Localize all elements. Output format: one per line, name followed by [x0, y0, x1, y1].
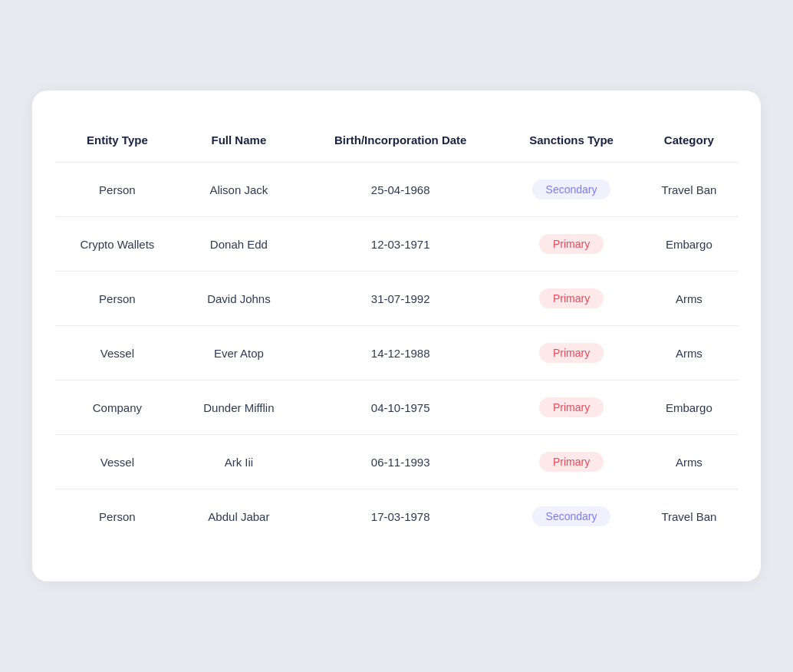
main-card: Entity Type Full Name Birth/Incorporatio…: [32, 91, 761, 581]
cell-category: Travel Ban: [640, 163, 738, 217]
sanctions-badge: Primary: [539, 452, 604, 472]
cell-sanctions-type: Primary: [502, 380, 640, 435]
cell-birth-date: 14-12-1988: [298, 326, 502, 380]
sanctions-badge: Secondary: [532, 180, 611, 199]
cell-birth-date: 25-04-1968: [298, 163, 502, 217]
cell-category: Arms: [640, 435, 738, 489]
table-header-row: Entity Type Full Name Birth/Incorporatio…: [55, 121, 738, 163]
table-row: Company Dunder Mifflin 04-10-1975 Primar…: [55, 380, 738, 435]
cell-sanctions-type: Primary: [502, 272, 640, 326]
col-category: Category: [640, 121, 738, 163]
table-row: Person David Johns 31-07-1992 Primary Ar…: [55, 272, 738, 326]
sanctions-badge: Primary: [539, 343, 604, 363]
table-row: Person Abdul Jabar 17-03-1978 Secondary …: [55, 489, 738, 544]
cell-category: Arms: [640, 326, 738, 380]
table-row: Vessel Ark Iii 06-11-1993 Primary Arms: [55, 435, 738, 489]
sanctions-badge: Primary: [539, 234, 604, 254]
cell-full-name: Donah Edd: [179, 217, 298, 272]
sanctions-badge: Primary: [539, 397, 604, 417]
cell-sanctions-type: Secondary: [502, 163, 640, 217]
cell-full-name: Alison Jack: [179, 163, 298, 217]
cell-birth-date: 31-07-1992: [298, 272, 502, 326]
col-sanctions-type: Sanctions Type: [502, 121, 640, 163]
cell-category: Embargo: [640, 380, 738, 435]
cell-full-name: Abdul Jabar: [179, 489, 298, 544]
cell-entity-type: Vessel: [55, 326, 179, 380]
cell-birth-date: 04-10-1975: [298, 380, 502, 435]
sanctions-table: Entity Type Full Name Birth/Incorporatio…: [55, 121, 738, 543]
cell-full-name: David Johns: [179, 272, 298, 326]
cell-full-name: Ever Atop: [179, 326, 298, 380]
cell-entity-type: Person: [55, 272, 179, 326]
cell-sanctions-type: Primary: [502, 217, 640, 272]
cell-sanctions-type: Primary: [502, 435, 640, 489]
sanctions-badge: Secondary: [532, 506, 611, 526]
cell-entity-type: Vessel: [55, 435, 179, 489]
cell-birth-date: 12-03-1971: [298, 217, 502, 272]
col-birth-date: Birth/Incorporation Date: [298, 121, 502, 163]
cell-category: Travel Ban: [640, 489, 738, 544]
col-full-name: Full Name: [179, 121, 298, 163]
cell-entity-type: Person: [55, 489, 179, 544]
cell-entity-type: Person: [55, 163, 179, 217]
cell-sanctions-type: Primary: [502, 326, 640, 380]
col-entity-type: Entity Type: [55, 121, 179, 163]
cell-entity-type: Crypto Wallets: [55, 217, 179, 272]
cell-category: Embargo: [640, 217, 738, 272]
cell-full-name: Ark Iii: [179, 435, 298, 489]
table-row: Crypto Wallets Donah Edd 12-03-1971 Prim…: [55, 217, 738, 272]
cell-birth-date: 06-11-1993: [298, 435, 502, 489]
cell-entity-type: Company: [55, 380, 179, 435]
cell-category: Arms: [640, 272, 738, 326]
cell-full-name: Dunder Mifflin: [179, 380, 298, 435]
table-row: Person Alison Jack 25-04-1968 Secondary …: [55, 163, 738, 217]
cell-sanctions-type: Secondary: [502, 489, 640, 544]
table-row: Vessel Ever Atop 14-12-1988 Primary Arms: [55, 326, 738, 380]
cell-birth-date: 17-03-1978: [298, 489, 502, 544]
sanctions-badge: Primary: [539, 288, 604, 308]
